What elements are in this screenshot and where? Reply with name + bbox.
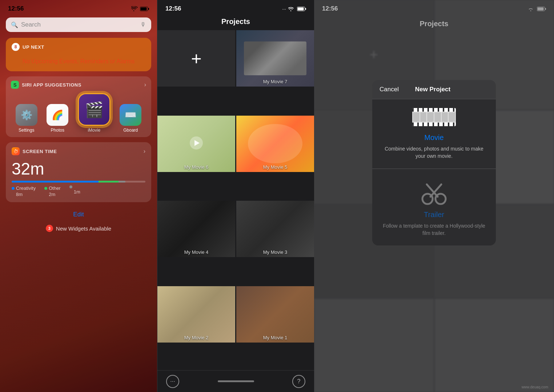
trailer-option[interactable]: Trailer Follow a template to create a Ho… bbox=[372, 169, 496, 245]
extra-dot bbox=[69, 185, 72, 188]
projects-title-panel2: Projects bbox=[157, 15, 314, 30]
dialog-cancel-button[interactable]: Cancel bbox=[380, 86, 399, 93]
filmstrip-frame-1 bbox=[413, 112, 419, 122]
screen-time-arrow-icon: › bbox=[144, 148, 145, 155]
screen-time-header-left: ⏱ SCREEN TIME bbox=[12, 147, 57, 155]
status-time-panel1: 12:56 bbox=[8, 5, 24, 12]
status-icons-panel2: ··· bbox=[282, 6, 306, 12]
movie2-label: My Movie 2 bbox=[157, 335, 235, 340]
edit-button[interactable]: Edit bbox=[0, 207, 157, 222]
status-icons-panel1 bbox=[131, 6, 149, 11]
new-widgets-text: New Widgets Available bbox=[56, 225, 111, 232]
status-bar-panel3: 12:56 bbox=[314, 0, 554, 15]
scroll-indicator bbox=[218, 380, 254, 382]
extra-value: 1m bbox=[69, 189, 80, 195]
movie3-label: My Movie 3 bbox=[236, 249, 314, 255]
dialog-title: New Project bbox=[415, 86, 450, 93]
dialog-header: Cancel New Project bbox=[372, 80, 496, 99]
project-movie4[interactable]: My Movie 4 bbox=[157, 201, 235, 257]
status-bar-panel2: 12:56 ··· bbox=[157, 0, 314, 15]
help-button[interactable]: ? bbox=[292, 375, 305, 388]
movie-description: Combine videos, photos and music to make… bbox=[380, 145, 489, 160]
project-movie5[interactable]: My Movie 5 bbox=[236, 116, 314, 172]
imovie-label: iMovie bbox=[88, 128, 100, 133]
plus-icon: + bbox=[191, 49, 201, 68]
project-movie3[interactable]: My Movie 3 bbox=[236, 201, 314, 257]
other-dot bbox=[44, 187, 47, 190]
p3-blur-1 bbox=[435, 299, 554, 392]
up-next-title: UP NEXT bbox=[23, 44, 44, 50]
category-creativity: Creativity 8m bbox=[12, 185, 36, 197]
wifi-icon bbox=[131, 6, 138, 11]
scissors-icon bbox=[419, 178, 449, 207]
wifi-icon-p3 bbox=[528, 6, 535, 11]
dots-menu-button[interactable]: ··· bbox=[166, 375, 179, 388]
edit-label: Edit bbox=[73, 211, 84, 218]
new-project-dialog: Cancel New Project bbox=[372, 80, 496, 245]
progress-track bbox=[12, 181, 145, 183]
new-widgets-badge: 3 bbox=[46, 225, 53, 232]
project-movie1[interactable]: My Movie 1 bbox=[236, 286, 314, 343]
panel-imovie-projects: 12:56 ··· Projects + My Movie 7 My Movi bbox=[157, 0, 314, 392]
siri-app-grid: ⚙️ Settings 🌈 Photos 🎬 iMovie bbox=[11, 93, 146, 133]
up-next-body: No Upcoming Events, Reminders or Alarms bbox=[12, 55, 145, 66]
filmstrip-icon bbox=[412, 108, 456, 130]
svg-rect-8 bbox=[545, 8, 546, 10]
filmstrip-holes-bottom bbox=[412, 123, 456, 126]
creativity-dot bbox=[12, 187, 15, 190]
other-bar bbox=[99, 181, 119, 183]
projects-title-panel3: Projects bbox=[314, 20, 554, 28]
filmstrip-frame-6 bbox=[449, 112, 455, 122]
screen-time-title: SCREEN TIME bbox=[23, 149, 57, 154]
gboard-label: Gboard bbox=[123, 128, 138, 133]
play-triangle-6 bbox=[194, 140, 200, 146]
extra-bar bbox=[119, 181, 125, 183]
dots-icon: ··· bbox=[170, 378, 175, 385]
filmstrip-bar bbox=[412, 108, 456, 126]
filmstrip-middle bbox=[412, 112, 456, 123]
search-placeholder: Search bbox=[21, 21, 137, 28]
movie-label: Movie bbox=[424, 133, 443, 142]
imovie-icon: 🎬 bbox=[78, 93, 111, 126]
movie4-label: My Movie 4 bbox=[157, 249, 235, 255]
widget-siri-header: S SIRI APP SUGGESTIONS › bbox=[11, 81, 146, 89]
app-photos[interactable]: 🌈 Photos bbox=[47, 104, 68, 133]
app-gboard[interactable]: ⌨️ Gboard bbox=[120, 104, 141, 133]
panel2-bottom-bar: ··· ? bbox=[157, 370, 314, 392]
svg-rect-4 bbox=[298, 7, 304, 10]
trailer-description: Follow a template to create a Hollywood-… bbox=[380, 223, 489, 237]
creativity-bar bbox=[12, 181, 99, 183]
question-icon: ? bbox=[297, 378, 301, 385]
filmstrip-frame-5 bbox=[442, 112, 448, 122]
play-overlay-6 bbox=[190, 136, 203, 149]
app-imovie[interactable]: 🎬 iMovie bbox=[78, 93, 111, 133]
svg-rect-1 bbox=[141, 7, 147, 10]
status-time-panel3: 12:56 bbox=[322, 5, 338, 12]
search-bar[interactable]: 🔍 Search 🎙 bbox=[6, 17, 151, 32]
widget-screen-time: ⏱ SCREEN TIME › 32m Creativity 8m bbox=[6, 142, 151, 202]
filmstrip-frame-3 bbox=[427, 112, 434, 122]
filmstrip-frame-2 bbox=[420, 112, 427, 122]
dialog-body: Movie Combine videos, photos and music t… bbox=[372, 99, 496, 245]
status-bar-panel1: 12:56 bbox=[0, 0, 157, 15]
siri-title: SIRI APP SUGGESTIONS bbox=[22, 82, 81, 88]
filmstrip-frame-4 bbox=[434, 112, 441, 122]
widget-up-next: 8 UP NEXT No Upcoming Events, Reminders … bbox=[6, 38, 151, 71]
screen-time-header: ⏱ SCREEN TIME › bbox=[12, 147, 145, 155]
screen-time-categories: Creativity 8m Other 2m 1m bbox=[12, 185, 145, 197]
new-project-cell[interactable]: + bbox=[157, 30, 235, 87]
project-movie6[interactable]: My Movie 6 bbox=[157, 116, 235, 172]
other-label: Other bbox=[44, 185, 61, 191]
app-settings[interactable]: ⚙️ Settings bbox=[16, 104, 37, 133]
project-movie2[interactable]: My Movie 2 bbox=[157, 286, 235, 343]
widget-siri-suggestions: S SIRI APP SUGGESTIONS › ⚙️ Settings 🌈 P… bbox=[6, 76, 151, 137]
movie7-label: My Movie 7 bbox=[236, 79, 314, 84]
project-movie7[interactable]: My Movie 7 bbox=[236, 30, 314, 87]
movie-option[interactable]: Movie Combine videos, photos and music t… bbox=[372, 99, 496, 169]
extra-label bbox=[69, 185, 80, 188]
creativity-value: 8m bbox=[12, 192, 36, 197]
siri-icon: S bbox=[11, 81, 19, 89]
panel-ios-home: 12:56 🔍 Search 🎙 8 UP NEXT No Upcoming E… bbox=[0, 0, 157, 392]
settings-label: Settings bbox=[19, 128, 34, 133]
search-icon: 🔍 bbox=[11, 21, 18, 28]
